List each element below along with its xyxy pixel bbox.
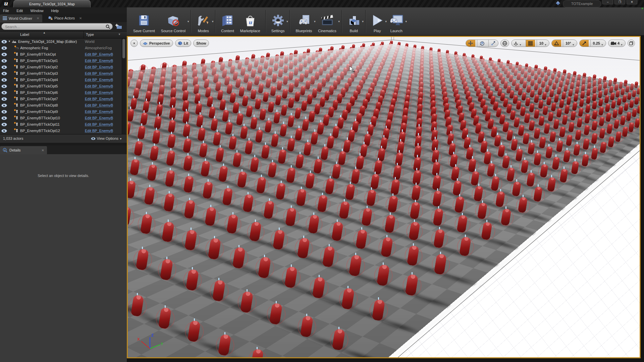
visibility-eye-icon[interactable] xyxy=(1,53,7,56)
rotation-snap-value[interactable]: 10°▼ xyxy=(563,40,577,47)
row-label[interactable]: BP_EnemyBTTickOpt10 xyxy=(20,116,60,120)
edit-blueprint-link[interactable]: Edit BP_EnemyB xyxy=(85,129,113,133)
visibility-eye-icon[interactable] xyxy=(1,91,7,95)
edit-blueprint-link[interactable]: Edit BP_EnemyB xyxy=(85,65,113,69)
row-label[interactable]: BP_EnemyBTTickOpt6 xyxy=(20,90,58,95)
edit-blueprint-link[interactable]: Edit BP_EnemyB xyxy=(85,116,113,120)
outliner-header[interactable]: Label ▲ Type ▼ xyxy=(0,31,127,39)
dropdown-caret-icon[interactable]: ▼ xyxy=(362,20,364,23)
visibility-eye-icon[interactable] xyxy=(1,104,7,107)
rotate-tool-button[interactable] xyxy=(477,40,487,47)
search-icon[interactable] xyxy=(106,24,110,29)
show-button[interactable]: Show xyxy=(193,40,209,47)
visibility-eye-icon[interactable] xyxy=(1,97,7,101)
outliner-row[interactable]: BP_EnemyBTTickOpt9 Edit BP_EnemyB xyxy=(0,109,127,115)
menu-window[interactable]: Window xyxy=(28,8,47,14)
edit-blueprint-link[interactable]: Edit BP_EnemyB xyxy=(85,52,113,56)
document-tab[interactable]: Enemy_TickOpt_1024_Map xyxy=(13,0,91,7)
outliner-row[interactable]: ▼ Enemy_TickOpt_1024_Map (Editor) World xyxy=(0,39,127,45)
row-label[interactable]: BP_EnemyBTTickOpt7 xyxy=(20,97,58,101)
row-type[interactable]: AtmosphericFog xyxy=(85,46,112,50)
cinematics-button[interactable]: ▼ Cinematics xyxy=(315,7,339,35)
settings-button[interactable]: ▼ Settings xyxy=(268,7,288,35)
menu-help[interactable]: Help xyxy=(48,8,62,14)
scale-tool-button[interactable] xyxy=(488,40,498,47)
minimize-button[interactable]: – xyxy=(602,0,613,4)
edit-blueprint-link[interactable]: Edit BP_EnemyB xyxy=(85,78,113,82)
marketplace-button[interactable]: u Marketplace xyxy=(237,7,263,35)
outliner-row[interactable]: Atmospheric Fog AtmosphericFog xyxy=(0,45,127,51)
viewport-options-button[interactable]: ▼ xyxy=(130,40,138,47)
column-label[interactable]: Label xyxy=(20,33,29,37)
visibility-eye-icon[interactable] xyxy=(1,65,7,69)
outliner-row[interactable]: BP_EnemyBTTickOpt2 Edit BP_EnemyB xyxy=(0,64,127,70)
row-type[interactable]: World xyxy=(85,40,95,44)
tab-world-outliner[interactable]: World Outliner ✕ xyxy=(0,14,42,22)
outliner-row[interactable]: BP_EnemyBTTickOpt10 Edit BP_EnemyB xyxy=(0,115,127,121)
sort-ascending-icon[interactable]: ▲ xyxy=(43,31,46,34)
outliner-row[interactable]: BP_EnemyBTTickOpt6 Edit BP_EnemyB xyxy=(0,89,127,96)
row-label[interactable]: BP_EnemyBTTickOpt8 xyxy=(20,103,58,107)
launch-button[interactable]: ▼ Launch xyxy=(386,7,407,35)
scrollbar-thumb[interactable] xyxy=(122,39,125,58)
row-label[interactable]: BP_EnemyBTTickOpt5 xyxy=(20,84,58,88)
dropdown-caret-icon[interactable]: ▼ xyxy=(338,20,340,23)
visibility-eye-icon[interactable] xyxy=(1,84,7,88)
search-input[interactable] xyxy=(4,24,103,30)
outliner-row[interactable]: BP_EnemyBTTickOpt1 Edit BP_EnemyB xyxy=(0,58,127,64)
dropdown-caret-icon[interactable]: ▼ xyxy=(211,20,214,23)
column-type[interactable]: Type xyxy=(86,33,94,37)
close-tab-icon[interactable]: ✕ xyxy=(37,16,39,20)
scale-snap-toggle[interactable] xyxy=(580,40,589,47)
visibility-eye-icon[interactable] xyxy=(1,59,7,63)
visibility-eye-icon[interactable] xyxy=(1,123,7,126)
edit-blueprint-link[interactable]: Edit BP_EnemyB xyxy=(85,122,113,126)
restore-button[interactable]: ❐ xyxy=(614,0,625,4)
edit-blueprint-link[interactable]: Edit BP_EnemyB xyxy=(85,71,113,75)
outliner-row[interactable]: BP_EnemyBTTickOpt5 Edit BP_EnemyB xyxy=(0,83,127,89)
edit-blueprint-link[interactable]: Edit BP_EnemyB xyxy=(85,110,113,114)
perspective-button[interactable]: Perspective xyxy=(140,40,173,47)
world-local-toggle[interactable] xyxy=(500,40,509,47)
view-options-button[interactable]: View Options ▼ xyxy=(91,136,122,140)
row-label[interactable]: BP_EnemyBTTickOpt12 xyxy=(20,129,60,133)
visibility-eye-icon[interactable] xyxy=(1,78,7,82)
visibility-eye-icon[interactable] xyxy=(1,72,7,75)
outliner-row[interactable]: BP_EnemyBTTickOpt3 Edit BP_EnemyB xyxy=(0,70,127,77)
menu-edit[interactable]: Edit xyxy=(13,8,26,14)
row-label[interactable]: BP_EnemyBTTickOpt2 xyxy=(20,65,58,69)
outliner-scrollbar[interactable] xyxy=(122,39,126,134)
visibility-eye-icon[interactable] xyxy=(1,40,7,44)
row-label[interactable]: BP_EnemyBTTickOpt4 xyxy=(20,78,58,82)
edit-blueprint-link[interactable]: Edit BP_EnemyB xyxy=(85,84,113,88)
outliner-row[interactable]: BP_EnemyBTTickOpt8 Edit BP_EnemyB xyxy=(0,102,127,109)
column-splitter[interactable] xyxy=(84,32,84,38)
dropdown-caret-icon[interactable]: ▼ xyxy=(286,20,288,23)
move-tool-button[interactable] xyxy=(466,40,475,47)
grid-snap-toggle[interactable] xyxy=(526,40,535,47)
rotation-snap-toggle[interactable] xyxy=(552,40,561,47)
unreal-logo-icon[interactable]: u xyxy=(1,0,10,7)
edit-blueprint-link[interactable]: Edit BP_EnemyB xyxy=(85,97,113,101)
tab-details[interactable]: i Details ✕ xyxy=(0,146,47,154)
viewport-3d[interactable]: ▼ Perspective Lit Show xyxy=(128,37,640,357)
maximize-viewport-button[interactable] xyxy=(628,40,635,47)
outliner-row[interactable]: BP_EnemyBTTickOpt4 Edit BP_EnemyB xyxy=(0,77,127,83)
outliner-row[interactable]: BP_EnemyBTTickOpt Edit BP_EnemyB xyxy=(0,51,127,58)
source-control-button[interactable]: ▼ Source Control xyxy=(158,7,189,35)
edit-blueprint-link[interactable]: Edit BP_EnemyB xyxy=(85,103,113,107)
surface-snap-button[interactable]: ▼ xyxy=(512,40,524,47)
row-label[interactable]: BP_EnemyBTTickOpt11 xyxy=(20,122,60,126)
search-box[interactable] xyxy=(1,23,113,30)
tab-place-actors[interactable]: Place Actors ✕ xyxy=(46,14,85,22)
visibility-eye-icon[interactable] xyxy=(1,129,7,133)
visibility-eye-icon[interactable] xyxy=(1,116,7,120)
build-button[interactable]: ▼ Build xyxy=(344,7,363,35)
menu-file[interactable]: File xyxy=(0,8,12,14)
save-current-button[interactable]: Save Current xyxy=(130,7,158,35)
visibility-eye-icon[interactable] xyxy=(1,110,7,114)
row-label[interactable]: BP_EnemyBTTickOpt3 xyxy=(20,71,58,75)
row-label[interactable]: Enemy_TickOpt_1024_Map (Editor) xyxy=(18,40,77,44)
outliner-row[interactable]: BP_EnemyBTTickOpt7 Edit BP_EnemyB xyxy=(0,96,127,102)
play-button[interactable]: ▼ Play xyxy=(368,7,386,35)
